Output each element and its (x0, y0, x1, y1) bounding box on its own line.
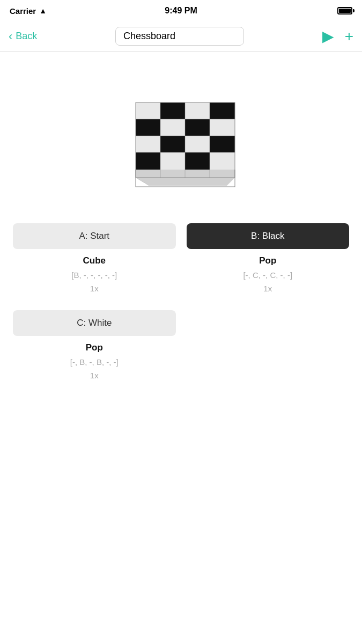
card-c-sequence: [-, B, -, B, -, -] (70, 357, 119, 367)
svg-rect-15 (185, 136, 210, 152)
cards-row-c: C: White Pop [-, B, -, B, -, -] 1x (13, 310, 349, 380)
preview-area (0, 52, 362, 223)
chessboard-preview (106, 70, 256, 199)
battery-fill (339, 9, 351, 13)
card-b-repeat: 1x (263, 284, 272, 293)
nav-bar: ‹ Back ▶ + (0, 21, 362, 52)
cards-row-ab: A: Start Cube [B, -, -, -, -, -] 1x B: B… (13, 223, 349, 293)
svg-rect-17 (136, 152, 160, 170)
svg-rect-6 (160, 103, 185, 119)
svg-rect-13 (136, 136, 160, 152)
card-a-header[interactable]: A: Start (13, 223, 176, 249)
status-bar: Carrier ▲ 9:49 PM (0, 0, 362, 21)
card-b-effect: Pop (259, 255, 276, 266)
svg-rect-5 (136, 103, 160, 119)
svg-rect-8 (210, 103, 235, 119)
svg-rect-19 (185, 152, 210, 170)
svg-rect-11 (185, 119, 210, 136)
add-button[interactable]: + (345, 28, 353, 45)
svg-rect-14 (160, 136, 185, 152)
card-c-effect: Pop (86, 342, 103, 353)
svg-rect-9 (136, 119, 160, 136)
cards-section: A: Start Cube [B, -, -, -, -, -] 1x B: B… (0, 223, 362, 380)
svg-rect-12 (210, 119, 235, 136)
card-c: C: White Pop [-, B, -, B, -, -] 1x (13, 310, 176, 380)
svg-rect-7 (185, 103, 210, 119)
card-b-sequence: [-, C, -, C, -, -] (243, 270, 292, 280)
wifi-icon: ▲ (39, 6, 47, 15)
card-a: A: Start Cube [B, -, -, -, -, -] 1x (13, 223, 176, 293)
svg-rect-16 (210, 136, 235, 152)
back-button[interactable]: ‹ Back (9, 31, 37, 42)
svg-rect-18 (160, 152, 185, 170)
status-right (337, 7, 352, 14)
status-time: 9:49 PM (165, 6, 197, 16)
card-c-repeat: 1x (90, 371, 99, 380)
card-b-header[interactable]: B: Black (187, 223, 350, 249)
card-a-effect: Cube (83, 255, 106, 266)
battery-icon (337, 7, 352, 14)
card-c-header[interactable]: C: White (13, 310, 176, 336)
card-a-sequence: [B, -, -, -, -, -] (71, 270, 117, 280)
play-button[interactable]: ▶ (322, 27, 334, 45)
svg-rect-20 (210, 152, 235, 170)
back-label: Back (16, 31, 37, 42)
carrier-label: Carrier (10, 6, 36, 16)
card-b: B: Black Pop [-, C, -, C, -, -] 1x (187, 223, 350, 293)
card-a-repeat: 1x (90, 284, 99, 293)
status-left: Carrier ▲ (10, 6, 47, 16)
back-chevron-icon: ‹ (9, 31, 12, 42)
nav-actions: ▶ + (322, 27, 353, 45)
svg-rect-10 (160, 119, 185, 136)
title-input[interactable] (115, 27, 244, 46)
